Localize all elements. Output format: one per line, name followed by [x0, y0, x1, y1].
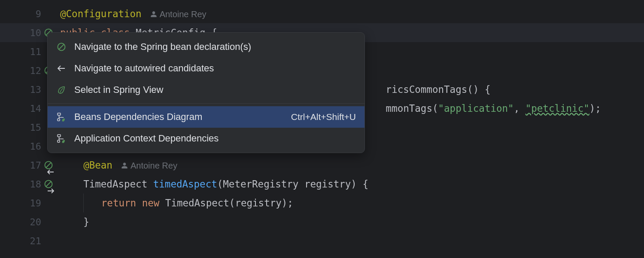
- gutter-row: 21: [0, 231, 47, 250]
- menu-item-label: Navigate to autowired candidates: [74, 63, 356, 74]
- code-line-21: [60, 231, 644, 250]
- code-line-18: TimedAspect timedAspect(MeterRegistry re…: [60, 175, 644, 194]
- menu-item-shortcut: Ctrl+Alt+Shift+U: [291, 112, 356, 122]
- gutter-row: 11: [0, 42, 47, 61]
- navigate-arrow-icon[interactable]: [47, 166, 53, 172]
- menu-separator: [48, 103, 365, 104]
- diagram-icon: [56, 133, 67, 144]
- gutter: 9 10 11 12 13 14 15: [0, 0, 47, 258]
- menu-item-beans-diagram[interactable]: Beans Dependencies Diagram Ctrl+Alt+Shif…: [48, 106, 365, 128]
- gutter-row: 9: [0, 4, 47, 23]
- gutter-row: 13: [0, 80, 47, 99]
- menu-item-label: Beans Dependencies Diagram: [74, 111, 291, 123]
- menu-item-label: Navigate to the Spring bean declaration(…: [74, 41, 356, 52]
- line-number: 20: [30, 217, 42, 227]
- gutter-context-menu: Navigate to the Spring bean declaration(…: [47, 32, 365, 153]
- line-number: 11: [30, 46, 42, 57]
- menu-item-navigate-autowired[interactable]: Navigate to autowired candidates: [48, 58, 365, 79]
- line-number: 16: [30, 141, 42, 152]
- gutter-row: 20: [0, 212, 47, 231]
- svg-rect-15: [58, 140, 60, 142]
- gutter-row: 16: [0, 137, 47, 156]
- author-hint[interactable]: Antoine Rey: [121, 161, 177, 170]
- gutter-row: 14: [0, 99, 47, 118]
- code-line-17: @BeanAntoine Rey: [60, 156, 644, 175]
- diagram-icon: [56, 112, 67, 122]
- gutter-row: 19: [0, 194, 47, 212]
- line-number: 21: [30, 236, 42, 246]
- gutter-row: 15: [0, 118, 47, 137]
- spring-bean-icon: [56, 42, 67, 52]
- line-number: 13: [30, 84, 42, 95]
- spring-leaf-icon: [56, 85, 67, 95]
- gutter-row: 10: [0, 23, 47, 42]
- svg-rect-14: [58, 135, 61, 137]
- code-line-9: @ConfigurationAntoine Rey: [60, 4, 644, 23]
- line-number: 9: [36, 9, 41, 19]
- line-number: 19: [30, 198, 42, 209]
- menu-item-navigate-bean[interactable]: Navigate to the Spring bean declaration(…: [48, 36, 365, 58]
- menu-item-label: Select in Spring View: [74, 84, 356, 95]
- svg-rect-11: [58, 119, 60, 121]
- line-number: 12: [30, 65, 42, 76]
- menu-item-label: Application Context Dependencies: [74, 133, 356, 144]
- svg-line-9: [59, 44, 64, 49]
- back-arrow-icon: [56, 63, 67, 74]
- line-number: 14: [30, 103, 42, 114]
- line-number: 10: [30, 28, 42, 38]
- gutter-row: 18: [0, 175, 47, 194]
- line-number: 17: [30, 160, 42, 171]
- menu-item-app-context-deps[interactable]: Application Context Dependencies: [48, 128, 365, 149]
- gutter-row: 17: [0, 156, 47, 175]
- navigate-arrow-icon[interactable]: [47, 185, 53, 191]
- code-line-20: }: [60, 212, 644, 231]
- line-number: 15: [30, 122, 42, 133]
- line-number: 18: [30, 179, 42, 190]
- author-hint[interactable]: Antoine Rey: [150, 9, 207, 19]
- svg-rect-10: [58, 113, 61, 115]
- menu-item-spring-view[interactable]: Select in Spring View: [48, 79, 365, 101]
- code-line-19: return new TimedAspect(registry);: [60, 194, 644, 212]
- gutter-row: 12: [0, 61, 47, 80]
